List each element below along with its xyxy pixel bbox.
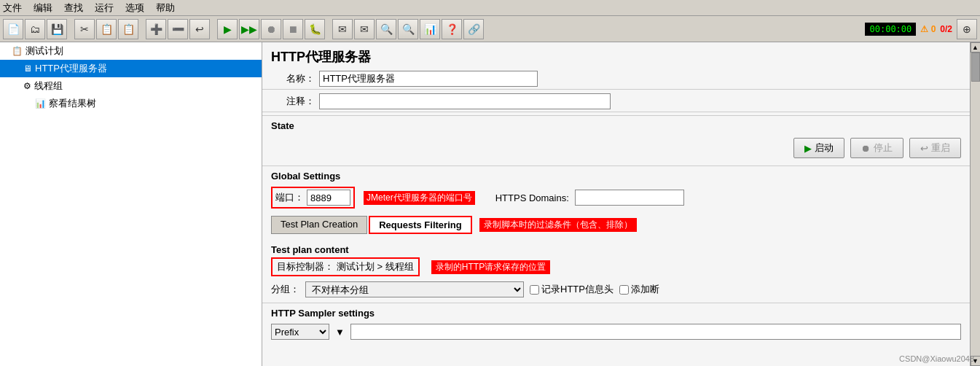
sidebar-item-http-proxy[interactable]: 🖥 HTTP代理服务器: [0, 60, 262, 77]
http-proxy-icon: 🖥: [23, 63, 32, 74]
group-row: 分组： 不对样本分组 记录HTTP信息头 添加断: [262, 279, 970, 300]
target-box: 目标控制器： 测试计划 > 线程组: [271, 257, 420, 276]
checkbox1-label: 记录HTTP信息头: [530, 283, 614, 296]
prefix-row: Prefix ▼: [271, 324, 961, 340]
tab-requests-filtering[interactable]: Requests Filtering: [369, 216, 471, 234]
test-plan-content-section: Test plan content 目标控制器： 测试计划 > 线程组 录制的H…: [262, 234, 970, 279]
v-scrollbar: ▲ ▼: [970, 42, 980, 366]
toolbar: 📄 🗂 💾 ✂ 📋 📋 ➕ ➖ ↩ ▶ ▶▶ ⏺ ⏹ 🐛 ✉ ✉ 🔍 🔍 📊 ❓…: [0, 16, 980, 42]
menu-find[interactable]: 查找: [64, 1, 83, 15]
save-button[interactable]: 💾: [47, 19, 67, 39]
cut-button[interactable]: ✂: [74, 19, 95, 39]
link-button[interactable]: 🔗: [463, 19, 484, 39]
record-button[interactable]: ⏺: [261, 19, 281, 39]
target-label: 目标控制器：: [277, 260, 334, 273]
http-sampler-section: Prefix ▼: [262, 321, 970, 343]
sidebar: 📋 测试计划 🖥 HTTP代理服务器 ⚙ 线程组 📊 察看结果树: [0, 42, 262, 366]
sidebar-item-http-proxy-label: HTTP代理服务器: [35, 62, 107, 75]
group-select[interactable]: 不对样本分组: [305, 281, 524, 297]
start-button[interactable]: ▶ 启动: [793, 138, 844, 158]
results-tree-icon: 📊: [35, 98, 46, 109]
restart-button[interactable]: ↩ 重启: [909, 138, 961, 158]
menu-file[interactable]: 文件: [3, 1, 22, 15]
gs-row: 端口： JMeter代理服务器的端口号 HTTPS Domains:: [271, 187, 961, 209]
content-panel: HTTP代理服务器 名称： 注释： State ▶ 启动 ⏺ 停止 ↩ 重启: [262, 42, 970, 366]
tabs: Test Plan Creation Requests Filtering 录制…: [262, 211, 970, 234]
panel-title: HTTP代理服务器: [262, 42, 970, 69]
target-annotation: 录制的HTTP请求保存的位置: [431, 260, 550, 274]
name-label: 名称：: [271, 72, 315, 85]
chart-button[interactable]: 📊: [420, 19, 440, 39]
checkbox2-label: 添加断: [619, 283, 659, 296]
checkbox2-text: 添加断: [631, 283, 659, 296]
scroll-thumb[interactable]: [971, 52, 980, 82]
search-button[interactable]: 🔍: [376, 19, 396, 39]
tab-test-plan-creation[interactable]: Test Plan Creation: [271, 216, 367, 234]
new-button[interactable]: 📄: [3, 19, 23, 39]
group-label: 分组：: [271, 283, 299, 296]
search2-button[interactable]: 🔍: [398, 19, 418, 39]
email2-button[interactable]: ✉: [354, 19, 375, 39]
menu-edit[interactable]: 编辑: [34, 1, 52, 15]
open-button[interactable]: 🗂: [25, 19, 45, 39]
comment-input[interactable]: [319, 93, 611, 109]
undo-button[interactable]: ↩: [189, 19, 210, 39]
timer-display: 00:00:00: [865, 23, 916, 36]
sidebar-item-test-plan-label: 测试计划: [26, 44, 63, 58]
dropdown-arrow-icon: ▼: [335, 327, 345, 338]
error-badge: 0/2: [940, 24, 952, 34]
name-input[interactable]: [319, 71, 538, 87]
restart-label: 重启: [931, 141, 950, 155]
thread-group-icon: ⚙: [23, 81, 31, 91]
run-all-button[interactable]: ▶▶: [239, 19, 259, 39]
checkbox1-text: 记录HTTP信息头: [541, 283, 614, 296]
menu-options[interactable]: 选项: [125, 1, 144, 15]
sidebar-item-thread-group[interactable]: ⚙ 线程组: [0, 77, 262, 95]
port-input[interactable]: [307, 190, 350, 206]
scroll-up-button[interactable]: ▲: [971, 42, 981, 52]
prefix-input[interactable]: [350, 324, 961, 340]
play-icon: ▶: [804, 143, 812, 154]
menubar: 文件 编辑 查找 运行 选项 帮助: [0, 0, 980, 16]
run-button[interactable]: ▶: [217, 19, 238, 39]
checkbox1[interactable]: [530, 285, 539, 295]
remove-button[interactable]: ➖: [168, 19, 188, 39]
target-value: 测试计划 > 线程组: [337, 260, 414, 273]
stop-label: 停止: [874, 141, 893, 155]
paste-button[interactable]: 📋: [118, 19, 138, 39]
help-button[interactable]: ❓: [442, 19, 462, 39]
menu-run[interactable]: 运行: [95, 1, 114, 15]
port-label: 端口：: [275, 191, 304, 204]
tpc-row: 目标控制器： 测试计划 > 线程组 录制的HTTP请求保存的位置: [271, 257, 961, 276]
https-label: HTTPS Domains:: [495, 192, 569, 203]
http-sampler-label: HTTP Sampler settings: [262, 303, 970, 321]
email-button[interactable]: ✉: [332, 19, 353, 39]
checkbox2[interactable]: [619, 285, 629, 295]
name-row: 名称：: [262, 69, 970, 90]
main-area: 📋 测试计划 🖥 HTTP代理服务器 ⚙ 线程组 📊 察看结果树 HTTP代理服…: [0, 42, 980, 366]
stop-button[interactable]: ⏺ 停止: [850, 138, 903, 158]
comment-row: 注释：: [262, 91, 970, 112]
state-label: State: [262, 115, 970, 133]
https-input[interactable]: [575, 190, 684, 206]
reset-icon: ↩: [920, 143, 928, 154]
sidebar-item-test-plan[interactable]: 📋 测试计划: [0, 42, 262, 60]
prefix-select[interactable]: Prefix: [271, 324, 329, 340]
menu-help[interactable]: 帮助: [156, 1, 175, 15]
sidebar-item-results-tree-label: 察看结果树: [49, 97, 96, 110]
sidebar-item-results-tree[interactable]: 📊 察看结果树: [0, 95, 262, 112]
debug-button[interactable]: 🐛: [305, 19, 325, 39]
scroll-track: [971, 52, 981, 356]
state-buttons: ▶ 启动 ⏺ 停止 ↩ 重启: [262, 133, 970, 163]
warning-badge: ⚠ 0: [920, 24, 936, 34]
comment-label: 注释：: [271, 95, 315, 108]
global-settings-label: Global Settings: [262, 166, 970, 184]
add-button[interactable]: ➕: [146, 19, 166, 39]
global-settings: 端口： JMeter代理服务器的端口号 HTTPS Domains:: [262, 184, 970, 211]
tab-annotation: 录制脚本时的过滤条件（包含、排除）: [479, 218, 637, 232]
test-plan-content-label: Test plan content: [271, 240, 961, 257]
toolbar-right: 00:00:00 ⚠ 0 0/2 ⊕: [865, 19, 977, 39]
expand-button[interactable]: ⊕: [957, 19, 977, 39]
copy-button[interactable]: 📋: [96, 19, 117, 39]
stop-button[interactable]: ⏹: [283, 19, 303, 39]
